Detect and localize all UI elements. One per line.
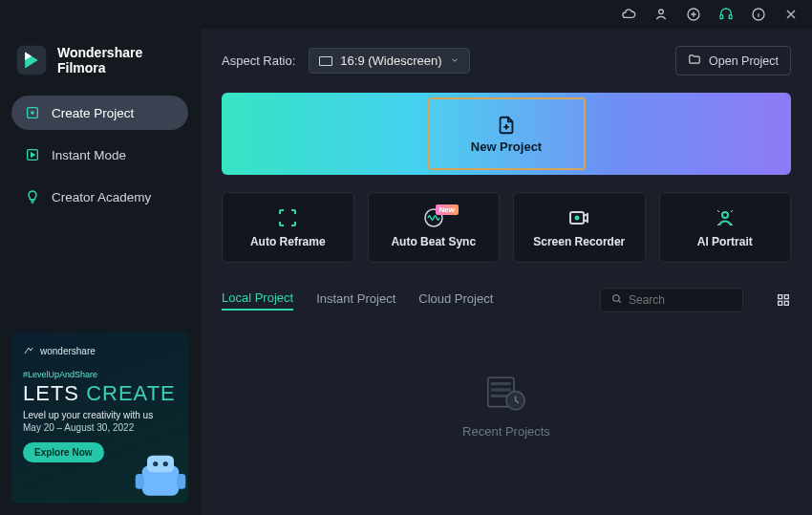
svg-rect-13 (178, 474, 186, 489)
open-project-button[interactable]: Open Project (675, 46, 791, 75)
cloud-icon[interactable] (621, 7, 636, 22)
new-project-label: New Project (471, 139, 542, 154)
search-input[interactable] (629, 293, 733, 307)
sidebar-item-creator-academy[interactable]: Creator Academy (11, 180, 188, 214)
svg-rect-9 (147, 456, 174, 473)
recorder-icon (567, 206, 590, 229)
feature-label: Auto Beat Sync (391, 235, 476, 248)
plus-square-icon (25, 105, 40, 120)
svg-rect-3 (729, 15, 732, 19)
play-square-icon (25, 147, 40, 162)
lightbulb-icon (25, 189, 40, 204)
promo-dates: May 20 – August 30, 2022 (23, 422, 177, 433)
titlebar (0, 0, 812, 29)
svg-rect-20 (784, 295, 788, 299)
feature-ai-portrait[interactable]: AI Portrait (659, 192, 792, 263)
toolbar: Aspect Ratio: 16:9 (Widescreen) Open Pro… (222, 46, 791, 75)
sidebar-item-instant-mode[interactable]: Instant Mode (11, 138, 188, 172)
search-icon (610, 292, 623, 308)
feature-screen-recorder[interactable]: Screen Recorder (513, 192, 646, 263)
brand: Wondershare Filmora (15, 44, 184, 76)
new-badge: New (436, 204, 459, 215)
headset-icon[interactable] (718, 7, 734, 22)
sidebar: Wondershare Filmora Create Project Insta… (0, 29, 201, 515)
feature-auto-reframe[interactable]: Auto Reframe (222, 192, 354, 263)
user-icon[interactable] (653, 7, 669, 22)
portrait-icon (714, 206, 737, 229)
feature-label: Auto Reframe (250, 235, 326, 248)
sidebar-item-label: Creator Academy (52, 190, 151, 204)
empty-label: Recent Projects (462, 424, 550, 439)
recent-projects-icon (483, 373, 529, 415)
promo-brand: wondershare (23, 345, 177, 356)
svg-point-17 (722, 212, 728, 218)
feature-row: Auto Reframe New Auto Beat Sync Screen R… (222, 192, 791, 263)
brand-text: Wondershare Filmora (57, 45, 142, 75)
svg-rect-24 (491, 382, 511, 385)
plus-circle-icon[interactable] (686, 7, 701, 22)
sidebar-item-label: Instant Mode (52, 148, 126, 162)
main-area: Wondershare Filmora Create Project Insta… (0, 29, 812, 515)
new-project-button[interactable]: New Project (428, 97, 586, 170)
promo-copy: Level up your creativity with us (23, 410, 177, 420)
folder-icon (688, 53, 701, 69)
aspect-ratio-label: Aspect Ratio: (222, 54, 295, 68)
promo-title: LETS CREATE (23, 381, 177, 406)
svg-point-0 (659, 10, 664, 14)
project-tabs: Local Project Instant Project Cloud Proj… (222, 288, 791, 312)
sidebar-item-create-project[interactable]: Create Project (11, 96, 188, 130)
grid-view-icon[interactable] (776, 292, 791, 308)
aspect-ratio-select[interactable]: 16:9 (Widescreen) (309, 48, 469, 74)
promo-tag: #LevelUpAndShare (23, 370, 177, 379)
svg-point-11 (163, 461, 168, 466)
search-box[interactable] (600, 288, 743, 312)
svg-rect-22 (784, 301, 788, 305)
promo-explore-button[interactable]: Explore Now (23, 442, 104, 462)
chevron-down-icon (450, 54, 459, 68)
tab-cloud-project[interactable]: Cloud Project (418, 291, 493, 310)
svg-rect-19 (779, 295, 782, 299)
tab-local-project[interactable]: Local Project (222, 290, 293, 311)
open-project-label: Open Project (709, 54, 779, 68)
robot-icon (127, 440, 188, 504)
content-area: Aspect Ratio: 16:9 (Widescreen) Open Pro… (201, 29, 812, 515)
aspect-ratio-value: 16:9 (Widescreen) (340, 54, 441, 68)
svg-rect-12 (136, 474, 144, 489)
feature-auto-beat-sync[interactable]: New Auto Beat Sync (368, 192, 501, 263)
info-icon[interactable] (751, 7, 766, 22)
widescreen-icon (319, 56, 332, 66)
svg-rect-21 (779, 301, 782, 305)
svg-point-16 (575, 216, 580, 221)
svg-rect-25 (491, 388, 511, 391)
feature-label: AI Portrait (697, 235, 753, 248)
brand-line2: Filmora (57, 60, 142, 75)
hero-banner: New Project (222, 93, 791, 175)
feature-label: Screen Recorder (533, 235, 625, 248)
svg-point-10 (153, 461, 158, 466)
promo-banner[interactable]: wondershare #LevelUpAndShare LETS CREATE… (11, 332, 188, 504)
close-icon[interactable] (783, 7, 799, 22)
brand-line1: Wondershare (57, 45, 142, 60)
svg-point-18 (613, 295, 620, 302)
empty-state: Recent Projects (222, 312, 791, 498)
svg-rect-2 (720, 15, 723, 19)
sidebar-item-label: Create Project (52, 106, 134, 120)
tab-instant-project[interactable]: Instant Project (316, 291, 395, 310)
reframe-icon (276, 206, 299, 229)
filmora-logo-icon (15, 44, 48, 76)
